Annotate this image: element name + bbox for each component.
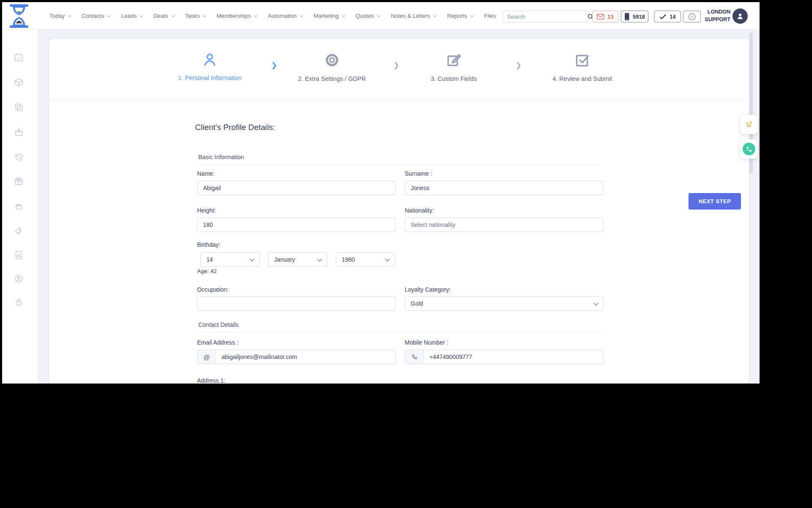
chevron-down-icon (342, 14, 345, 17)
svg-text:12: 12 (17, 57, 20, 60)
name-field[interactable] (197, 181, 396, 195)
surname-label: Surname : (405, 170, 604, 177)
sidebar-item-history[interactable] (9, 147, 28, 166)
search-input[interactable] (503, 14, 586, 20)
occupation-field[interactable] (197, 296, 396, 311)
birthday-year-select[interactable]: 1980 (336, 252, 395, 267)
chevron-down-icon (107, 14, 110, 17)
section-basic-information: Basic Information (198, 154, 244, 160)
duplicates-icon (14, 102, 24, 112)
collect-box-icon (14, 127, 24, 137)
nationality-field[interactable] (405, 218, 604, 232)
nav-item-quotes[interactable]: Quotes (356, 13, 380, 19)
app-logo-icon[interactable] (9, 4, 29, 28)
sidebar-item-gifts[interactable] (9, 172, 28, 190)
user-avatar[interactable] (732, 8, 748, 24)
sidebar-item-security-lock[interactable] (9, 293, 28, 311)
loyalty-category-label: Loyalty Category: (405, 286, 604, 293)
chevron-right-icon: ❯ (271, 61, 277, 70)
sidebar-item-collect-box[interactable] (9, 123, 28, 141)
phone-badge[interactable]: 5918 (621, 11, 648, 22)
price-tags-icon (14, 226, 24, 236)
chevron-down-icon (300, 14, 303, 17)
surname-field[interactable] (405, 181, 604, 195)
nav-item-automation[interactable]: Automation (268, 13, 302, 19)
envelope-icon (597, 14, 604, 20)
occupation-label: Occupation: (197, 286, 396, 293)
nav-item-reports[interactable]: Reports (447, 13, 472, 19)
phone-number: 5918 (633, 14, 645, 20)
nav-item-notes-letters[interactable]: Notes & Letters (391, 13, 436, 19)
divider (198, 165, 600, 165)
chevron-right-icon: ❯ (516, 61, 521, 70)
chevron-down-icon (470, 14, 474, 17)
account-name: LONDON SUPPORT (699, 8, 730, 23)
sidebar-item-duplicates[interactable] (9, 98, 28, 116)
cart-float-button[interactable] (740, 115, 758, 134)
mobile-group (405, 350, 604, 364)
smartphone-icon (624, 13, 630, 21)
sidebar-item-calendar[interactable]: 12 (9, 48, 28, 66)
wizard-step-4-review-and-submit[interactable]: 4. Review and Submit (536, 52, 629, 82)
user-icon (202, 52, 217, 68)
wizard-step-label: 2. Extra Settings / GDPR (285, 75, 379, 82)
nav-item-files[interactable]: Files (484, 13, 497, 19)
next-step-button[interactable]: NEXT STEP (689, 193, 741, 210)
loyalty-category-select[interactable]: Gold (405, 296, 604, 311)
email-group: @ (197, 350, 396, 364)
wizard-step-1-personal-information[interactable]: 1. Personal Information (163, 52, 256, 81)
height-field[interactable] (197, 218, 396, 232)
history-icon (14, 152, 24, 162)
wizard-step-label: 3. Custom Fields (407, 75, 500, 82)
chevron-down-icon (140, 14, 143, 17)
sidebar-item-basket[interactable] (9, 197, 28, 215)
account-manager-icon (14, 274, 24, 284)
birthday-month-select[interactable]: January (268, 252, 327, 267)
sidebar-item-products[interactable] (9, 73, 28, 91)
chevron-down-icon (254, 14, 257, 17)
sidebar-item-reports[interactable] (9, 246, 28, 264)
birthday-day-select[interactable]: 14 (200, 252, 260, 267)
wizard-step-3-custom-fields[interactable]: 3. Custom Fields (407, 52, 500, 82)
products-icon (14, 77, 24, 87)
chevron-down-icon (171, 14, 175, 17)
chevron-down-icon (433, 14, 436, 17)
chevron-down-icon (68, 14, 71, 17)
help-badge[interactable]: ? (683, 11, 701, 22)
check-icon (574, 52, 591, 69)
whatsapp-float-button[interactable] (740, 139, 758, 159)
wizard-divider (49, 101, 749, 101)
reports-icon (14, 250, 24, 260)
wizard-step-2-extra-settings-gdpr[interactable]: 2. Extra Settings / GDPR (285, 52, 379, 82)
section-contact-details: Contact Details (198, 321, 239, 328)
wizard-card: 1. Personal Information❯2. Extra Setting… (49, 39, 749, 384)
tasks-badge[interactable]: 14 (654, 11, 681, 22)
whatsapp-phone-icon (743, 143, 755, 155)
at-icon: @ (198, 350, 216, 364)
app-window: TodayContactsLeadsDealsTasksMembershipsA… (2, 2, 760, 384)
nav-item-marketing[interactable]: Marketing (313, 13, 344, 19)
sidebar-item-account-manager[interactable] (9, 269, 28, 288)
search-group (502, 11, 589, 22)
edit-icon (445, 52, 462, 69)
nav-item-today[interactable]: Today (49, 13, 70, 19)
chevron-right-icon: ❯ (393, 61, 399, 70)
height-label: Height: (197, 207, 396, 214)
mail-badge[interactable]: 13 (592, 11, 618, 22)
tasks-count: 14 (669, 14, 675, 20)
nav-item-tasks[interactable]: Tasks (185, 13, 206, 19)
page-title: Client's Profile Details: (195, 123, 275, 132)
sidebar-item-price-tags[interactable] (9, 221, 28, 240)
wizard-step-label: 4. Review and Submit (536, 75, 629, 82)
mobile-field[interactable] (424, 350, 603, 364)
top-header: TodayContactsLeadsDealsTasksMembershipsA… (2, 2, 760, 30)
divider (198, 332, 600, 332)
help-icon: ? (688, 12, 697, 21)
nav-item-memberships[interactable]: Memberships (217, 13, 256, 19)
nav-item-deals[interactable]: Deals (154, 13, 174, 19)
mobile-label: Mobile Number : (405, 339, 604, 346)
nav-item-contacts[interactable]: Contacts (82, 13, 110, 19)
birthday-label: Birthday: (197, 241, 220, 248)
nav-item-leads[interactable]: Leads (121, 13, 142, 19)
email-field[interactable] (216, 350, 395, 364)
